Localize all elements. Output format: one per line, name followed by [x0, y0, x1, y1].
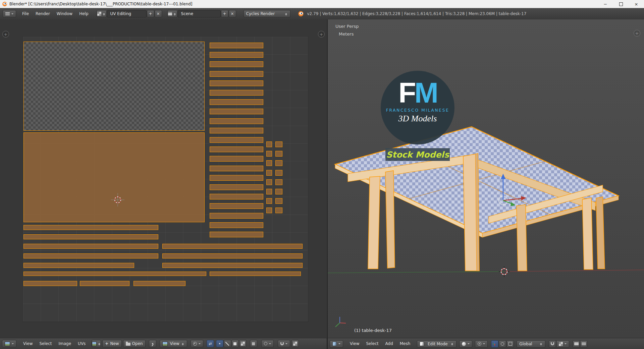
add-scene-button[interactable]: + [221, 10, 228, 17]
uv-island[interactable] [210, 80, 263, 86]
uv-island[interactable] [266, 179, 272, 185]
mode-dropdown[interactable]: Edit Mode [417, 340, 457, 348]
render-engine-dropdown[interactable]: Cycles Render [244, 10, 290, 17]
uv-display-dropdown[interactable]: View [160, 340, 187, 347]
delete-screen-layout-button[interactable]: × [155, 10, 162, 17]
3d-viewport[interactable]: User Persp Meters (1) table-desk-17 FM F… [328, 19, 644, 338]
uv-island[interactable] [23, 234, 158, 239]
uv-island[interactable] [210, 99, 263, 105]
vp-menu-select[interactable]: Select [363, 338, 382, 349]
uv-island[interactable] [275, 208, 282, 213]
uv-island[interactable] [210, 166, 263, 171]
uv-island[interactable] [210, 156, 263, 162]
uv-island[interactable] [162, 263, 303, 268]
vp-menu-mesh[interactable]: Mesh [396, 338, 414, 349]
pivot-point-dropdown[interactable] [475, 340, 488, 348]
snap-toggle-button[interactable] [549, 340, 556, 348]
uv-island[interactable] [275, 170, 282, 176]
menu-window[interactable]: Window [53, 8, 76, 19]
uv-select-island-button[interactable] [239, 340, 247, 347]
uv-island[interactable] [210, 90, 263, 96]
image-new-button[interactable]: +New [102, 340, 121, 347]
uv-island[interactable] [210, 203, 263, 209]
uv-island[interactable] [275, 189, 282, 194]
uv-island[interactable] [210, 118, 263, 124]
minimize-button[interactable]: − [598, 0, 613, 8]
region-toggle-properties[interactable]: + [634, 30, 640, 37]
uv-island[interactable] [23, 253, 158, 258]
image-browse-button[interactable] [92, 340, 101, 347]
scene-name-field[interactable]: Scene [178, 10, 221, 17]
menu-help[interactable]: Help [76, 8, 92, 19]
uv-island[interactable] [210, 194, 263, 199]
editor-type-button-info[interactable] [3, 10, 16, 17]
screen-layout-browse-button[interactable] [97, 10, 107, 17]
uv-snap-target-button[interactable] [291, 340, 299, 347]
uv-island[interactable] [266, 189, 272, 194]
vp-menu-view[interactable]: View [346, 338, 363, 349]
manipulator-rotate-button[interactable] [499, 340, 506, 348]
uv-pivot-dropdown[interactable] [191, 340, 203, 347]
uv-island[interactable] [210, 71, 263, 77]
uv-island[interactable] [210, 109, 263, 114]
uv-island[interactable] [275, 179, 282, 185]
uv-island[interactable] [266, 151, 272, 157]
vp-menu-add[interactable]: Add [382, 338, 396, 349]
viewport-shading-dropdown[interactable] [459, 340, 472, 348]
uv-island[interactable] [23, 281, 77, 286]
uv-menu-view[interactable]: View [20, 338, 36, 349]
uv-menu-image[interactable]: Image [55, 338, 75, 349]
sticky-selection-button[interactable] [250, 340, 257, 347]
scene-browse-button[interactable] [167, 10, 177, 17]
uv-island[interactable] [275, 160, 282, 166]
uv-island[interactable] [210, 222, 263, 228]
uv-island[interactable] [210, 61, 263, 67]
table-mesh[interactable] [335, 127, 619, 271]
uv-island[interactable] [23, 132, 205, 222]
image-open-button[interactable]: Open [123, 340, 146, 347]
menu-render[interactable]: Render [32, 8, 53, 19]
uv-sync-selection-toggle[interactable]: ⇄ [207, 340, 214, 347]
uv-island[interactable] [23, 42, 205, 131]
uv-island[interactable] [210, 232, 263, 237]
uv-select-edge-button[interactable] [224, 340, 231, 347]
uv-island[interactable] [23, 263, 134, 268]
uv-island[interactable] [80, 281, 129, 286]
screen-layout-name-field[interactable]: UV Editing [107, 10, 147, 17]
editor-type-button-3d[interactable] [330, 340, 343, 348]
uv-snap-dropdown[interactable] [278, 340, 290, 347]
uv-island[interactable] [162, 244, 303, 249]
uv-island[interactable] [266, 198, 272, 204]
close-button[interactable]: × [629, 0, 644, 8]
uv-island[interactable] [23, 225, 158, 230]
region-toggle-left[interactable]: + [2, 31, 9, 38]
editor-type-button-uv[interactable] [2, 340, 16, 347]
uv-menu-uvs[interactable]: UVs [74, 338, 89, 349]
uv-island[interactable] [23, 244, 158, 249]
3d-scene[interactable] [328, 19, 644, 338]
uv-island[interactable] [210, 184, 263, 190]
opengl-render-anim-button[interactable] [580, 340, 587, 348]
uv-island[interactable] [275, 198, 282, 204]
uv-island[interactable] [162, 253, 303, 258]
add-screen-layout-button[interactable]: + [147, 10, 154, 17]
pin-image-button[interactable] [149, 340, 156, 347]
manipulator-scale-button[interactable] [506, 340, 514, 348]
uv-island[interactable] [210, 272, 301, 276]
uv-island[interactable] [275, 141, 282, 147]
uv-island[interactable] [210, 175, 263, 181]
uv-select-face-button[interactable] [231, 340, 239, 347]
uv-island[interactable] [266, 170, 272, 176]
uv-select-vertex-button[interactable] [216, 340, 223, 347]
uv-island[interactable] [23, 272, 206, 276]
uv-menu-select[interactable]: Select [36, 338, 55, 349]
region-toggle-right[interactable]: + [318, 31, 325, 38]
uv-island[interactable] [210, 137, 263, 143]
uv-island[interactable] [210, 147, 263, 152]
uv-island[interactable] [210, 52, 263, 58]
uv-island[interactable] [210, 213, 263, 219]
transform-orientation-dropdown[interactable]: Global [517, 340, 545, 348]
snap-element-dropdown[interactable] [556, 340, 569, 348]
maximize-button[interactable] [613, 0, 629, 8]
uv-island[interactable] [210, 128, 263, 133]
